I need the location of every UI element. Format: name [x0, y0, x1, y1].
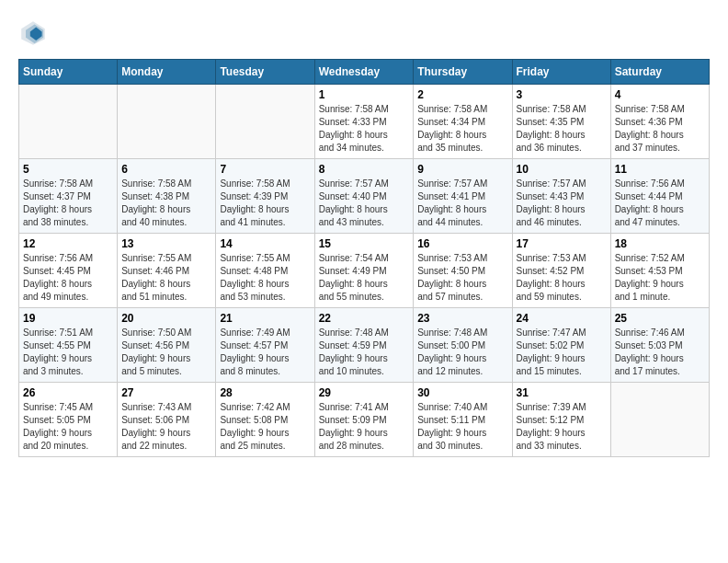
- day-number: 9: [417, 163, 507, 176]
- column-header-wednesday: Wednesday: [314, 60, 414, 85]
- calendar-cell: [610, 383, 709, 457]
- day-number: 20: [121, 312, 211, 325]
- day-number: 19: [23, 312, 113, 325]
- day-info: Sunrise: 7:54 AM Sunset: 4:49 PM Dayligh…: [319, 252, 410, 304]
- calendar-cell: 5Sunrise: 7:58 AM Sunset: 4:37 PM Daylig…: [19, 159, 118, 234]
- calendar-cell: 2Sunrise: 7:58 AM Sunset: 4:34 PM Daylig…: [414, 85, 512, 159]
- day-number: 8: [319, 163, 410, 176]
- day-info: Sunrise: 7:42 AM Sunset: 5:08 PM Dayligh…: [220, 401, 310, 453]
- day-info: Sunrise: 7:58 AM Sunset: 4:33 PM Dayligh…: [319, 103, 410, 155]
- calendar-cell: [118, 85, 216, 159]
- calendar-cell: 30Sunrise: 7:40 AM Sunset: 5:11 PM Dayli…: [414, 383, 512, 457]
- day-number: 24: [517, 312, 607, 325]
- calendar-week-row: 26Sunrise: 7:45 AM Sunset: 5:05 PM Dayli…: [19, 383, 710, 457]
- calendar-cell: [216, 85, 314, 159]
- calendar-cell: 23Sunrise: 7:48 AM Sunset: 5:00 PM Dayli…: [414, 308, 512, 383]
- column-header-friday: Friday: [512, 60, 610, 85]
- day-info: Sunrise: 7:57 AM Sunset: 4:40 PM Dayligh…: [319, 178, 410, 229]
- calendar-week-row: 5Sunrise: 7:58 AM Sunset: 4:37 PM Daylig…: [19, 159, 710, 234]
- day-info: Sunrise: 7:41 AM Sunset: 5:09 PM Dayligh…: [319, 401, 410, 453]
- calendar-cell: 10Sunrise: 7:57 AM Sunset: 4:43 PM Dayli…: [512, 159, 610, 234]
- column-header-thursday: Thursday: [414, 60, 512, 85]
- calendar-cell: 21Sunrise: 7:49 AM Sunset: 4:57 PM Dayli…: [216, 308, 314, 383]
- day-info: Sunrise: 7:58 AM Sunset: 4:36 PM Dayligh…: [615, 103, 705, 155]
- day-number: 25: [615, 312, 705, 325]
- day-number: 14: [220, 237, 310, 250]
- day-info: Sunrise: 7:52 AM Sunset: 4:53 PM Dayligh…: [615, 252, 705, 304]
- day-number: 10: [517, 163, 607, 176]
- calendar-cell: 28Sunrise: 7:42 AM Sunset: 5:08 PM Dayli…: [216, 383, 314, 457]
- calendar-cell: 31Sunrise: 7:39 AM Sunset: 5:12 PM Dayli…: [512, 383, 610, 457]
- calendar-cell: 6Sunrise: 7:58 AM Sunset: 4:38 PM Daylig…: [118, 159, 216, 234]
- calendar-cell: 18Sunrise: 7:52 AM Sunset: 4:53 PM Dayli…: [610, 234, 709, 308]
- day-info: Sunrise: 7:58 AM Sunset: 4:35 PM Dayligh…: [517, 103, 607, 155]
- day-info: Sunrise: 7:51 AM Sunset: 4:55 PM Dayligh…: [23, 327, 113, 378]
- logo-icon: [18, 18, 48, 48]
- calendar-cell: 3Sunrise: 7:58 AM Sunset: 4:35 PM Daylig…: [512, 85, 610, 159]
- calendar-cell: 1Sunrise: 7:58 AM Sunset: 4:33 PM Daylig…: [314, 85, 414, 159]
- page-header: [18, 18, 710, 48]
- day-info: Sunrise: 7:40 AM Sunset: 5:11 PM Dayligh…: [417, 401, 507, 453]
- calendar-cell: 29Sunrise: 7:41 AM Sunset: 5:09 PM Dayli…: [314, 383, 414, 457]
- calendar-cell: 17Sunrise: 7:53 AM Sunset: 4:52 PM Dayli…: [512, 234, 610, 308]
- day-info: Sunrise: 7:58 AM Sunset: 4:38 PM Dayligh…: [121, 178, 211, 229]
- day-number: 13: [121, 237, 211, 250]
- column-header-tuesday: Tuesday: [216, 60, 314, 85]
- calendar-cell: 25Sunrise: 7:46 AM Sunset: 5:03 PM Dayli…: [610, 308, 709, 383]
- day-info: Sunrise: 7:56 AM Sunset: 4:44 PM Dayligh…: [615, 178, 705, 229]
- calendar-week-row: 1Sunrise: 7:58 AM Sunset: 4:33 PM Daylig…: [19, 85, 710, 159]
- day-number: 7: [220, 163, 310, 176]
- day-info: Sunrise: 7:43 AM Sunset: 5:06 PM Dayligh…: [121, 401, 211, 453]
- day-info: Sunrise: 7:56 AM Sunset: 4:45 PM Dayligh…: [23, 252, 113, 304]
- day-number: 18: [615, 237, 705, 250]
- column-header-sunday: Sunday: [19, 60, 118, 85]
- calendar-cell: 19Sunrise: 7:51 AM Sunset: 4:55 PM Dayli…: [19, 308, 118, 383]
- day-number: 12: [23, 237, 113, 250]
- calendar-cell: 4Sunrise: 7:58 AM Sunset: 4:36 PM Daylig…: [610, 85, 709, 159]
- day-info: Sunrise: 7:57 AM Sunset: 4:41 PM Dayligh…: [417, 178, 507, 229]
- day-number: 3: [517, 88, 607, 101]
- column-header-saturday: Saturday: [610, 60, 709, 85]
- day-number: 30: [417, 386, 507, 399]
- day-number: 27: [121, 386, 211, 399]
- day-info: Sunrise: 7:55 AM Sunset: 4:46 PM Dayligh…: [121, 252, 211, 304]
- day-info: Sunrise: 7:39 AM Sunset: 5:12 PM Dayligh…: [517, 401, 607, 453]
- calendar-cell: 22Sunrise: 7:48 AM Sunset: 4:59 PM Dayli…: [314, 308, 414, 383]
- calendar-cell: 8Sunrise: 7:57 AM Sunset: 4:40 PM Daylig…: [314, 159, 414, 234]
- day-number: 15: [319, 237, 410, 250]
- day-number: 21: [220, 312, 310, 325]
- day-info: Sunrise: 7:47 AM Sunset: 5:02 PM Dayligh…: [517, 327, 607, 378]
- day-info: Sunrise: 7:58 AM Sunset: 4:37 PM Dayligh…: [23, 178, 113, 229]
- day-number: 4: [615, 88, 705, 101]
- calendar-week-row: 12Sunrise: 7:56 AM Sunset: 4:45 PM Dayli…: [19, 234, 710, 308]
- calendar-cell: 14Sunrise: 7:55 AM Sunset: 4:48 PM Dayli…: [216, 234, 314, 308]
- day-info: Sunrise: 7:58 AM Sunset: 4:34 PM Dayligh…: [417, 103, 507, 155]
- calendar-cell: 11Sunrise: 7:56 AM Sunset: 4:44 PM Dayli…: [610, 159, 709, 234]
- day-info: Sunrise: 7:53 AM Sunset: 4:50 PM Dayligh…: [417, 252, 507, 304]
- calendar-cell: 13Sunrise: 7:55 AM Sunset: 4:46 PM Dayli…: [118, 234, 216, 308]
- day-info: Sunrise: 7:45 AM Sunset: 5:05 PM Dayligh…: [23, 401, 113, 453]
- day-number: 1: [319, 88, 410, 101]
- day-info: Sunrise: 7:53 AM Sunset: 4:52 PM Dayligh…: [517, 252, 607, 304]
- calendar-cell: 15Sunrise: 7:54 AM Sunset: 4:49 PM Dayli…: [314, 234, 414, 308]
- day-number: 11: [615, 163, 705, 176]
- day-number: 2: [417, 88, 507, 101]
- calendar-week-row: 19Sunrise: 7:51 AM Sunset: 4:55 PM Dayli…: [19, 308, 710, 383]
- calendar-table: SundayMondayTuesdayWednesdayThursdayFrid…: [18, 59, 710, 457]
- calendar-cell: [19, 85, 118, 159]
- day-number: 16: [417, 237, 507, 250]
- day-number: 5: [23, 163, 113, 176]
- calendar-cell: 7Sunrise: 7:58 AM Sunset: 4:39 PM Daylig…: [216, 159, 314, 234]
- calendar-header-row: SundayMondayTuesdayWednesdayThursdayFrid…: [19, 60, 710, 85]
- calendar-cell: 16Sunrise: 7:53 AM Sunset: 4:50 PM Dayli…: [414, 234, 512, 308]
- day-info: Sunrise: 7:55 AM Sunset: 4:48 PM Dayligh…: [220, 252, 310, 304]
- day-number: 29: [319, 386, 410, 399]
- day-number: 28: [220, 386, 310, 399]
- calendar-cell: 27Sunrise: 7:43 AM Sunset: 5:06 PM Dayli…: [118, 383, 216, 457]
- logo: [18, 18, 51, 48]
- column-header-monday: Monday: [118, 60, 216, 85]
- calendar-cell: 12Sunrise: 7:56 AM Sunset: 4:45 PM Dayli…: [19, 234, 118, 308]
- calendar-cell: 24Sunrise: 7:47 AM Sunset: 5:02 PM Dayli…: [512, 308, 610, 383]
- day-info: Sunrise: 7:48 AM Sunset: 4:59 PM Dayligh…: [319, 327, 410, 378]
- day-number: 26: [23, 386, 113, 399]
